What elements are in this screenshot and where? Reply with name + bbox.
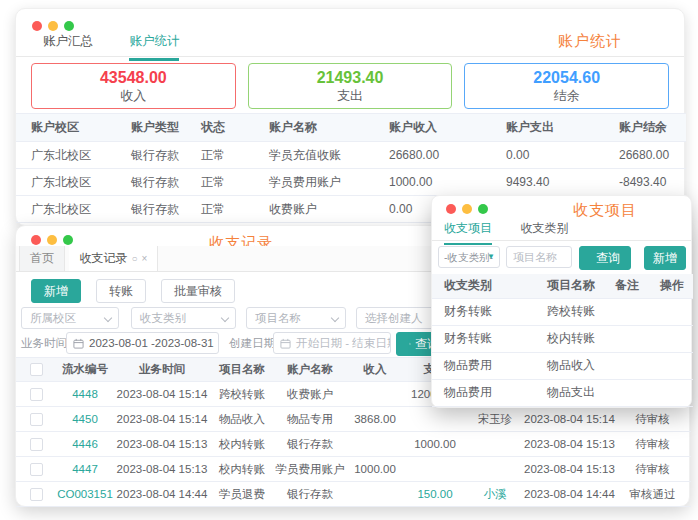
col-account-type: 账户类型 [131, 114, 201, 142]
create-date-range-input[interactable]: 开始日期 - 结束日期 [273, 332, 391, 354]
status-badge: 待审核 [614, 432, 691, 457]
col-item-actions: 操作 [648, 274, 693, 298]
items-window: 收支项目 收支项目 收支类别 -收支类别- ▼ 查询 新增 收支类别 项目名称 … [431, 195, 692, 408]
expense-total: 21493.40 [317, 68, 384, 88]
col-item-remark: 备注 [603, 274, 648, 298]
chevron-down-icon [221, 314, 229, 322]
items-filter-row: -收支类别- ▼ 查询 新增 [432, 246, 691, 270]
items-search-button[interactable]: 查询 [579, 246, 631, 270]
col-account-campus: 账户校区 [16, 114, 131, 142]
income-label: 收入 [120, 88, 146, 104]
status-badge: 待审核 [614, 407, 691, 432]
status-badge: 审核通过 [614, 482, 691, 507]
income-total: 43548.00 [100, 68, 167, 88]
row-checkbox[interactable] [30, 463, 43, 476]
row-checkbox[interactable] [30, 413, 43, 426]
close-window-icon[interactable] [446, 204, 456, 214]
table-row: CO003151 2023-08-04 14:44 学员退费 银行存款 150.… [16, 482, 691, 507]
items-tabs: 收支项目 收支类别 [432, 218, 691, 241]
minimize-window-icon[interactable] [48, 21, 58, 31]
col-income: 收入 [346, 358, 404, 382]
col-record-id: 流水编号 [56, 358, 114, 382]
select-all-checkbox[interactable] [30, 363, 43, 376]
business-time-range-input[interactable]: 2023-08-01 -2023-08-31 [66, 332, 219, 354]
chevron-down-icon [331, 314, 339, 322]
screenshot-stage: 账户统计 账户汇总 账户统计 43548.00 收入 21493.40 支出 2… [0, 0, 698, 520]
tab-account-summary[interactable]: 账户汇总 [43, 33, 93, 58]
account-tabs: 账户汇总 账户统计 [16, 31, 684, 57]
stat-card-expense: 21493.40 支出 [248, 63, 453, 109]
tab-account-stats[interactable]: 账户统计 [129, 33, 179, 61]
batch-audit-button[interactable]: 批量审核 [161, 279, 235, 303]
records-toolbar: 新增 转账 批量审核 [31, 279, 235, 303]
col-item-name: 项目名称 [535, 274, 603, 298]
items-table-header: 收支类别 项目名称 备注 操作 [432, 274, 693, 298]
col-account-name: 账户名称 [274, 358, 346, 382]
close-window-icon[interactable] [32, 21, 42, 31]
expense-label: 支出 [337, 88, 363, 104]
table-row: 广东北校区 银行存款 正常 学员费用账户 1000.00 9493.40 -84… [16, 169, 686, 196]
window-controls [446, 204, 488, 214]
business-time-label: 业务时间 [21, 332, 67, 354]
refresh-tab-icon[interactable]: ○ [131, 253, 137, 264]
minimize-window-icon[interactable] [462, 204, 472, 214]
transfer-button[interactable]: 转账 [96, 279, 146, 303]
zoom-window-icon[interactable] [478, 204, 488, 214]
row-checkbox[interactable] [30, 488, 43, 501]
row-checkbox[interactable] [30, 438, 43, 451]
search-icon [409, 339, 411, 349]
balance-total: 22054.60 [533, 68, 600, 88]
items-add-button[interactable]: 新增 [644, 246, 686, 270]
item-name-select[interactable]: 项目名称 [246, 307, 346, 329]
window-controls [31, 235, 73, 245]
table-row: 财务转账 跨校转账 [432, 298, 693, 325]
record-id-link[interactable]: 4447 [56, 457, 114, 482]
add-record-button[interactable]: 新增 [31, 279, 81, 303]
row-checkbox[interactable] [30, 388, 43, 401]
col-item-name: 项目名称 [210, 358, 274, 382]
balance-label: 结余 [554, 88, 580, 104]
table-row: 财务转账 校内转账 [432, 325, 693, 352]
zoom-window-icon[interactable] [63, 235, 73, 245]
item-name-input[interactable] [506, 246, 572, 268]
record-id-link[interactable]: 4448 [56, 382, 114, 407]
account-stats-window: 账户统计 账户汇总 账户统计 43548.00 收入 21493.40 支出 2… [15, 8, 685, 226]
record-id-link[interactable]: 4446 [56, 432, 114, 457]
select-caret-icon: ▼ [487, 247, 495, 267]
stat-card-balance: 22054.60 结余 [464, 63, 669, 109]
create-date-label: 创建日期 [229, 332, 275, 354]
stat-cards: 43548.00 收入 21493.40 支出 22054.60 结余 [31, 63, 669, 109]
col-account-expense: 账户支出 [506, 114, 619, 142]
tab-categories[interactable]: 收支类别 [520, 220, 568, 243]
table-row: 4450 2023-08-04 15:14 物品收入 物品专用 3868.00 … [16, 407, 691, 432]
close-tab-icon[interactable]: × [142, 253, 148, 264]
items-category-select[interactable]: -收支类别- ▼ [438, 246, 500, 268]
record-id-link[interactable]: 4450 [56, 407, 114, 432]
campus-select[interactable]: 所属校区 [21, 307, 119, 329]
table-row: 4446 2023-08-04 15:13 校内转账 银行存款 1000.00 … [16, 432, 691, 457]
col-account-name: 账户名称 [269, 114, 389, 142]
minimize-window-icon[interactable] [47, 235, 57, 245]
tab-items[interactable]: 收支项目 [444, 220, 492, 245]
col-account-status: 状态 [201, 114, 269, 142]
stat-card-income: 43548.00 收入 [31, 63, 236, 109]
calendar-icon [73, 338, 84, 349]
chevron-down-icon [104, 314, 112, 322]
tab-records[interactable]: 收支记录○× [69, 246, 158, 271]
calendar-icon [280, 338, 291, 349]
record-id-link[interactable]: CO003151 [56, 482, 114, 507]
col-item-category: 收支类别 [432, 274, 535, 298]
table-row: 广东北校区 银行存款 正常 学员充值收账 26680.00 0.00 26680… [16, 142, 686, 169]
category-select[interactable]: 收支类别 [131, 307, 236, 329]
accounts-table-header: 账户校区 账户类型 状态 账户名称 账户收入 账户支出 账户结余 [16, 114, 686, 142]
table-row: 物品费用 物品收入 [432, 352, 693, 379]
close-window-icon[interactable] [31, 235, 41, 245]
status-badge: 待审核 [614, 457, 691, 482]
col-account-balance: 账户结余 [619, 114, 686, 142]
window-controls [32, 21, 74, 31]
items-table: 收支类别 项目名称 备注 操作 财务转账 跨校转账 财务转账 校内转账 物品费用… [432, 274, 693, 407]
zoom-window-icon[interactable] [64, 21, 74, 31]
col-account-income: 账户收入 [389, 114, 506, 142]
tab-home[interactable]: 首页 [19, 246, 65, 271]
table-row: 4447 2023-08-04 15:13 校内转账 学员费用账户 1000.0… [16, 457, 691, 482]
